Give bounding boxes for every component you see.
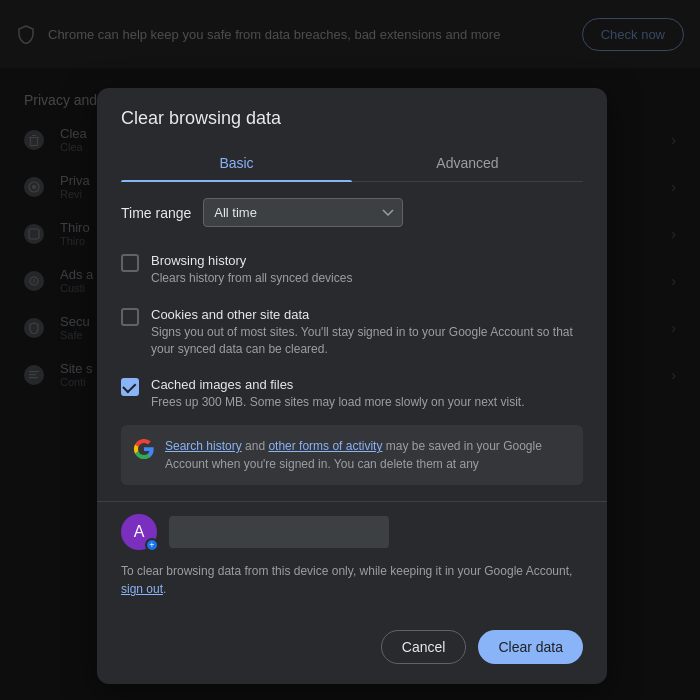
cookies-checkbox[interactable] [121,308,139,326]
avatar: A [121,514,157,550]
clear-data-button[interactable]: Clear data [478,630,583,664]
dialog-bottom: A To clear browsing data from this devic… [97,502,607,622]
avatar-row: A [121,514,583,550]
tab-basic[interactable]: Basic [121,145,352,181]
other-forms-link[interactable]: other forms of activity [268,439,382,453]
time-range-select[interactable]: All time Last hour Last 24 hours Last 7 … [203,198,403,227]
cookies-item: Cookies and other site data Signs you ou… [121,297,583,368]
dialog-header: Clear browsing data Basic Advanced [97,88,607,182]
tab-advanced[interactable]: Advanced [352,145,583,181]
avatar-letter: A [134,523,145,541]
browsing-history-content: Browsing history Clears history from all… [151,253,352,287]
cancel-button[interactable]: Cancel [381,630,467,664]
cached-label: Cached images and files [151,377,524,392]
browsing-history-checkbox[interactable] [121,254,139,272]
cached-checkbox[interactable] [121,378,139,396]
google-notice-box: Search history and other forms of activi… [121,425,583,485]
cached-desc: Frees up 300 MB. Some sites may load mor… [151,394,524,411]
sign-out-link[interactable]: sign out [121,582,163,596]
cached-content: Cached images and files Frees up 300 MB.… [151,377,524,411]
cookies-label: Cookies and other site data [151,307,583,322]
browsing-history-desc: Clears history from all synced devices [151,270,352,287]
clear-note: To clear browsing data from this device … [121,562,583,598]
time-range-row: Time range All time Last hour Last 24 ho… [121,198,583,227]
dialog-tabs: Basic Advanced [121,145,583,182]
avatar-badge [145,538,159,552]
dialog-body: Time range All time Last hour Last 24 ho… [97,182,607,501]
browsing-history-label: Browsing history [151,253,352,268]
google-notice-text: Search history and other forms of activi… [165,437,571,473]
search-history-link[interactable]: Search history [165,439,242,453]
dialog-footer: Cancel Clear data [97,622,607,684]
dialog-title: Clear browsing data [121,108,583,129]
clear-browsing-data-dialog: Clear browsing data Basic Advanced Time … [97,88,607,684]
google-logo [133,438,155,460]
cached-item: Cached images and files Frees up 300 MB.… [121,367,583,421]
browsing-history-item: Browsing history Clears history from all… [121,243,583,297]
avatar-name-placeholder [169,516,389,548]
time-range-label: Time range [121,205,191,221]
cookies-desc: Signs you out of most sites. You'll stay… [151,324,583,358]
cookies-content: Cookies and other site data Signs you ou… [151,307,583,358]
